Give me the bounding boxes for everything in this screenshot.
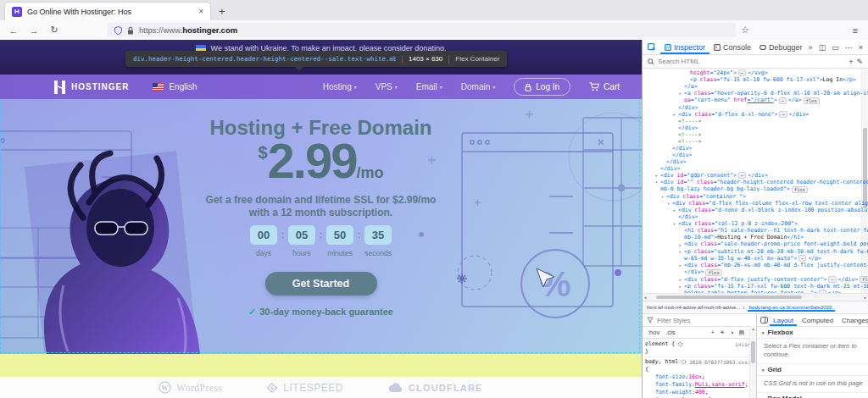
new-tab-button[interactable]: + — [219, 5, 225, 18]
filter-styles-input[interactable]: Filter Styles — [643, 314, 756, 327]
css-declaration[interactable]: font-family: Muli,sans-serif; — [645, 381, 754, 389]
section-flexbox[interactable]: ▾Flexbox — [757, 327, 868, 339]
markup-line[interactable]: <!----> — [643, 118, 868, 124]
class-toggle-button[interactable]: .cls — [665, 329, 675, 336]
dark-scheme-icon[interactable]: ◑ — [730, 329, 733, 336]
nav-item-hosting[interactable]: Hosting▾ — [323, 82, 357, 91]
language-label: English — [169, 82, 197, 91]
markup-line[interactable]: <!----> — [643, 131, 868, 138]
markup-line[interactable]: ▸<div class="sale-header-promo-price fon… — [643, 240, 868, 247]
markup-line[interactable]: </div> — [643, 124, 868, 131]
devtools-node-infobar: div.header-height-centered.header-height… — [125, 51, 507, 67]
markup-line[interactable]: mb-10-md">Hosting + Free Domain</h1> — [643, 234, 868, 240]
markup-line[interactable]: </div> — [643, 158, 868, 165]
hostinger-logo[interactable]: HOSTINGER — [54, 80, 129, 94]
price: $ 2.99 /mo — [0, 136, 642, 185]
pseudo-class-button[interactable]: :hov — [648, 329, 659, 336]
devtools-close-icon[interactable]: × — [859, 43, 863, 52]
markup-line[interactable]: </div>flex — [643, 268, 868, 275]
tab-close-icon[interactable]: × — [198, 7, 203, 16]
responsive-mode-icon[interactable]: ▭ — [832, 43, 839, 52]
markup-line[interactable]: ▸<p class="subtitle mt-20 mb-20 mb-30-md… — [643, 248, 868, 255]
css-declaration[interactable]: font-size: 10px; — [645, 373, 754, 381]
tab-inspector[interactable]: Inspector — [660, 40, 709, 54]
check-icon: ✓ — [248, 307, 256, 317]
add-rule-icon[interactable]: + — [711, 329, 715, 336]
nav-item-vps[interactable]: VPS▾ — [376, 82, 398, 91]
login-button[interactable]: Log In — [514, 78, 570, 96]
css-declaration[interactable]: font-weight: 400; — [645, 389, 754, 396]
markup-line[interactable]: ▸<div class="d-flex d-xl-none">⋯</div> — [643, 111, 868, 118]
get-started-button[interactable]: Get Started — [265, 272, 377, 296]
markup-tree[interactable]: height="24px">⋯</svg><p class="fs-15 ml-… — [643, 69, 868, 293]
rule-source-link[interactable]: 2020-0703771093.css:4 — [689, 358, 754, 366]
search-html-bar[interactable]: Search HTML + ✎ — [643, 55, 868, 69]
add-node-icon[interactable]: + — [849, 58, 853, 66]
markup-line[interactable]: ▾<div class="container "> — [643, 193, 868, 200]
markup-line[interactable]: </div> — [643, 152, 868, 158]
brand-name: HOSTINGER — [71, 82, 129, 91]
split-console-icon[interactable]: ◫ — [819, 43, 826, 52]
countdown-minutes: 50minutes — [326, 225, 353, 257]
breadcrumb-html[interactable]: html.wf-muli-n4-active.wf-muli-n6-active… — [647, 305, 740, 310]
app-menu-icon[interactable]: ≡ — [853, 25, 858, 36]
markup-line[interactable]: <p class="fs-15 ml-10 fw-600 fs-17-xxl">… — [643, 76, 868, 83]
markup-line[interactable]: </div> — [643, 165, 868, 172]
print-sim-icon[interactable]: ▤ — [738, 329, 744, 336]
forward-icon[interactable]: → — [24, 25, 44, 36]
console-icon — [714, 44, 721, 51]
pick-element-icon[interactable] — [648, 43, 656, 52]
tab-layout[interactable]: Layout — [770, 314, 797, 326]
site-header: HOSTINGER English Hosting▾VPS▾Email▾Doma… — [0, 75, 642, 99]
markup-line[interactable]: ▸<p class="fs-15 fs-17-xxl fw-600 text-h… — [643, 283, 868, 290]
page-viewport: We stand with Ukraine. To make an impact… — [0, 40, 642, 398]
markup-line[interactable]: </a> — [643, 83, 868, 90]
shield-icon[interactable] — [114, 26, 122, 35]
section-grid[interactable]: ▾Grid — [757, 364, 868, 376]
cart-button[interactable]: Cart — [589, 82, 620, 91]
language-selector[interactable]: English — [153, 82, 197, 91]
markup-line[interactable]: ▸<div class="d-none d-xl-block z-index-1… — [643, 207, 868, 213]
markup-line[interactable]: <h1 class="h1 sale-header--h1 text-h-dar… — [643, 227, 868, 234]
markup-line[interactable]: height="24px">⋯</svg> — [643, 69, 868, 76]
markup-line[interactable]: w-65-md w-35-lg w-40-xxl mx-auto">⋯</p> — [643, 255, 868, 262]
markup-line[interactable]: mb-0 bg-lazy header-bg bg-lazy-loaded">f… — [643, 185, 868, 192]
tab-changes[interactable]: Changes — [838, 314, 868, 326]
markup-line[interactable]: </div> — [643, 213, 868, 220]
tab-overflow-icon[interactable]: » — [809, 43, 813, 52]
breadcrumb-sep-icon: › — [743, 305, 744, 311]
markup-line[interactable]: </div> — [643, 145, 868, 152]
markup-line[interactable]: ▾<div class="d-flex flex-column flex-xl-… — [643, 200, 868, 207]
tab-console[interactable]: Console — [709, 40, 755, 54]
back-icon[interactable]: ← — [3, 25, 24, 36]
markup-line[interactable]: ▸<a class="hover-opacity-6 d-flex ml-10 … — [643, 90, 868, 97]
tree-horizontal-scrollbar[interactable]: ◂ ▸ — [643, 293, 868, 301]
eyedropper-icon[interactable]: ✎ — [856, 58, 863, 66]
hostinger-logo-icon — [54, 80, 65, 94]
scroll-right-icon: ▸ — [864, 295, 866, 300]
markup-line[interactable]: <!----> — [643, 138, 868, 145]
markup-line[interactable]: ▸<div class="d-flex justify-content-cent… — [643, 276, 868, 283]
rules-scrollbar[interactable]: ▴ — [749, 326, 756, 398]
bookmark-star-icon[interactable]: ☆ — [741, 25, 749, 36]
countdown-hours: 05hours — [288, 225, 315, 257]
breadcrumb-body[interactable]: body.lang-en-us.ltr.summerSale2022. — [748, 304, 835, 312]
tab-debugger[interactable]: Debugger — [755, 40, 807, 54]
browser-tab[interactable]: H Go Online With Hostinger: Hos × — [5, 3, 210, 20]
markup-line[interactable]: ▾<div id="" class="header-height-centere… — [643, 179, 868, 185]
markup-line[interactable]: </div> — [643, 104, 868, 111]
sidebar-toggle-icon[interactable] — [760, 317, 768, 323]
section-box-model[interactable]: ▾Box Model — [757, 393, 868, 398]
light-scheme-icon[interactable]: ☀ — [720, 329, 725, 336]
devtools-panel: Inspector Console Debugger » ◫ ▭ ⋯ × — [642, 40, 868, 398]
markup-line[interactable]: ▸<div id="gdpr-consent">⋯</div> — [643, 172, 868, 179]
markup-line[interactable]: qa="cart-menu" href="/cart">⋯</a>flex — [643, 97, 868, 103]
markup-line[interactable]: ▸<div class="mb-26-xs-md mb-40-md d-flex… — [643, 262, 868, 268]
devtools-menu-icon[interactable]: ⋯ — [845, 43, 853, 52]
url-bar[interactable]: https://www.hostinger.com — [108, 23, 736, 37]
markup-line[interactable]: ▾<div class="col-12 p-0 z-index-200"> — [643, 220, 868, 227]
reload-icon[interactable]: ↻ — [44, 25, 64, 36]
nav-item-email[interactable]: Email▾ — [416, 82, 442, 91]
tab-computed[interactable]: Computed — [798, 314, 837, 326]
nav-item-domain[interactable]: Domain▾ — [461, 82, 495, 91]
